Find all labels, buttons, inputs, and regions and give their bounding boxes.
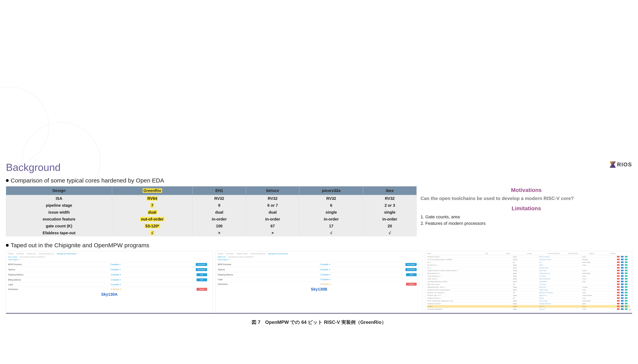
submission-row-label: MPW Precheck bbox=[8, 264, 109, 266]
bullet-tapedout-text: Taped out in the Chipignite and OpenMPW … bbox=[11, 242, 149, 249]
project-list-row[interactable]: Enhanced Priority Controller Design 2Dig… bbox=[427, 288, 630, 291]
tab-details[interactable]: Details bbox=[8, 253, 14, 255]
tab-projects[interactable]: Projects (8) bbox=[27, 253, 36, 255]
project-name: Chaos Automaton (1) bbox=[427, 276, 512, 277]
row-flag: ✓ bbox=[629, 289, 630, 291]
project-list-row[interactable]: Digital Biquad filter - type 1 2DigitalT… bbox=[427, 286, 630, 288]
th-biriscv: biriscv bbox=[246, 186, 299, 195]
project-list-row[interactable]: 44 to 80-bit 2-6DigitalQUPDKorea✓ bbox=[427, 264, 630, 266]
cancel-button[interactable]: Cancel bbox=[406, 283, 417, 286]
chip-blue bbox=[621, 264, 624, 266]
project-type: Digital bbox=[513, 295, 538, 296]
re-submit-button[interactable]: Re-Submit bbox=[196, 263, 207, 266]
project-list-row[interactable]: Kostredder WaterBaths2DigitalGregory PKo… bbox=[427, 308, 630, 310]
project-name: Fabricora_xh64_Cr1 2 bbox=[427, 295, 512, 296]
tab-projects[interactable]: Projects (104) bbox=[236, 253, 247, 255]
chip-blue bbox=[621, 270, 624, 272]
submission-row-label: Shipping Address bbox=[218, 274, 319, 276]
chevron-up-icon[interactable]: ⌃ bbox=[208, 274, 211, 276]
re-submit-button[interactable]: Re-Submit bbox=[405, 263, 417, 266]
tab-manage-submissions[interactable]: Manage My Submissions bbox=[57, 253, 77, 255]
project-list-row[interactable]: 7x7 PLL and Analog Support - OpenMPLAnal… bbox=[427, 258, 630, 261]
edit-button[interactable]: Edit bbox=[196, 273, 207, 276]
panel-c-header: Name Type Owner Country Previous Partici… bbox=[427, 253, 630, 255]
tab-announcements[interactable]: Announcements (1) bbox=[250, 253, 266, 255]
chevron-up-icon[interactable]: ⌃ bbox=[208, 288, 211, 290]
project-owner: Marwan bbox=[539, 298, 581, 299]
chip-blue bbox=[621, 284, 624, 285]
panel-b-view[interactable]: View Project ↗ bbox=[218, 259, 420, 261]
tab-summary[interactable]: Summary bbox=[16, 253, 24, 255]
chevron-up-icon[interactable]: ⌃ bbox=[418, 264, 420, 266]
chip-blue bbox=[621, 262, 624, 263]
submission-row-label: Legal bbox=[218, 278, 319, 280]
chevron-up-icon[interactable]: ⌃ bbox=[418, 283, 420, 285]
project-name: 9 Bit Ring Counter 2 bbox=[427, 256, 512, 258]
row-execution: execution feature out-of-order in-order … bbox=[6, 216, 417, 223]
re-submit-button[interactable]: Re-Submit bbox=[405, 268, 417, 271]
project-country: Korea bbox=[582, 289, 616, 290]
chip-red bbox=[617, 264, 620, 266]
chevron-up-icon[interactable]: ⌃ bbox=[208, 284, 211, 286]
chip-red bbox=[617, 270, 620, 272]
tab-manage-submissions[interactable]: Manage My Submissions bbox=[268, 253, 288, 255]
submission-row-status: Complete ✔ bbox=[320, 274, 405, 276]
project-list-row[interactable]: alu_2Digitalsuryansh thakur✓ bbox=[427, 266, 630, 269]
project-type: Digital bbox=[513, 300, 538, 302]
chip-blue bbox=[621, 267, 624, 269]
project-list-row[interactable]: crypto_core(1) 2DigitalIntel university … bbox=[427, 278, 630, 280]
project-owner: Tim 'mithro' bbox=[539, 276, 581, 277]
cancel-button[interactable]: Cancel bbox=[196, 288, 207, 291]
panel-b-project[interactable]: fathercore bbox=[218, 256, 226, 258]
project-list-row[interactable]: Cryptographically-Secure (RNG)Digitaln25… bbox=[427, 280, 630, 283]
project-country: Korea bbox=[582, 256, 616, 258]
tab-details[interactable]: Details bbox=[218, 253, 223, 255]
project-list-row[interactable]: GreenrioDigitalYihai ZhuHong✓ bbox=[427, 305, 630, 308]
project-list-row[interactable]: FPGA_Programming_Management_Unit 2Digita… bbox=[427, 300, 630, 302]
project-list-row[interactable]: dftes_FASt_sched 2N/AF.LUD.Org✓ bbox=[427, 283, 630, 286]
project-list-row[interactable]: Freq/Duty Controller 2DigitalGregory Chi… bbox=[427, 302, 630, 305]
project-owner: Tiago Silva bbox=[539, 286, 581, 288]
motivations-heading: Motivations bbox=[420, 187, 632, 193]
chip-blue bbox=[621, 278, 624, 280]
row-tapeout: Efabless tape-out √ × × √ √ bbox=[6, 230, 417, 236]
chip-blue bbox=[621, 306, 624, 307]
chip-teal bbox=[625, 267, 628, 269]
project-list-row[interactable]: Analog Frontend for Position-Sensitive D… bbox=[427, 269, 630, 272]
re-submit-button[interactable]: Re-Submit bbox=[196, 268, 207, 271]
tab-summary[interactable]: Summary bbox=[226, 253, 234, 255]
chip-red bbox=[617, 308, 620, 310]
project-list-row[interactable]: Arf_2N/AAli Ç.United States✓ bbox=[427, 261, 630, 264]
chevron-up-icon[interactable]: ⌃ bbox=[208, 269, 211, 271]
edit-button[interactable]: Edit bbox=[196, 278, 207, 281]
chip-red bbox=[617, 259, 620, 260]
panel-b-add[interactable]: Add another project to Shuttle ⊕ bbox=[228, 256, 254, 258]
project-name: Digital Biquad filter - type 1 2 bbox=[427, 286, 512, 288]
project-list-row[interactable]: Chaos Automaton (1)DigitalTim 'mithro'Ko… bbox=[427, 274, 630, 278]
tab-announcements[interactable]: Announcements (1) bbox=[39, 253, 54, 255]
chip-red bbox=[617, 303, 620, 304]
panel-a-add[interactable]: Add another project to Shuttle ⊕ bbox=[20, 256, 45, 258]
project-list-row[interactable]: Fabricora_xh64_Cr1 2DigitalNguyen SonUni… bbox=[427, 294, 630, 297]
chip-blue bbox=[621, 300, 624, 302]
project-list-row[interactable]: 9 Bit Ring Counter 2DigitalMihai Hurdule… bbox=[427, 255, 630, 258]
panel-a-project[interactable]: Cpu_Comp bbox=[8, 256, 17, 258]
panel-a-caption: Sky130A bbox=[8, 292, 211, 297]
chevron-up-icon[interactable]: ⌃ bbox=[418, 278, 420, 280]
project-owner: Pratap Sarang bbox=[539, 289, 581, 290]
project-list-row[interactable]: ericlouder_dev_structures 2N/Aguenterr14… bbox=[427, 291, 630, 294]
project-country: Korea bbox=[582, 298, 616, 299]
limitations-heading: Limitations bbox=[420, 205, 632, 212]
project-list-row[interactable]: Flat Macro (SPM-1) 2N/AMarwanKorea✓ bbox=[427, 297, 630, 300]
panel-a-view[interactable]: View Project ↗ bbox=[8, 259, 211, 261]
chevron-up-icon[interactable]: ⌃ bbox=[208, 264, 211, 266]
project-type: Digital bbox=[513, 281, 538, 282]
chevron-up-icon[interactable]: ⌃ bbox=[418, 274, 420, 276]
chip-blue bbox=[621, 308, 624, 310]
project-list-row[interactable]: Brandt writing tool 2DigitalCharles MacL… bbox=[427, 272, 630, 274]
chevron-up-icon[interactable]: ⌃ bbox=[208, 279, 211, 281]
chevron-up-icon[interactable]: ⌃ bbox=[418, 269, 420, 271]
submission-row: TapeoutComplete ✔Re-Submit⌃ bbox=[218, 267, 420, 272]
edit-button[interactable]: Edit bbox=[406, 273, 417, 276]
submission-row-label: Legal bbox=[8, 284, 110, 286]
